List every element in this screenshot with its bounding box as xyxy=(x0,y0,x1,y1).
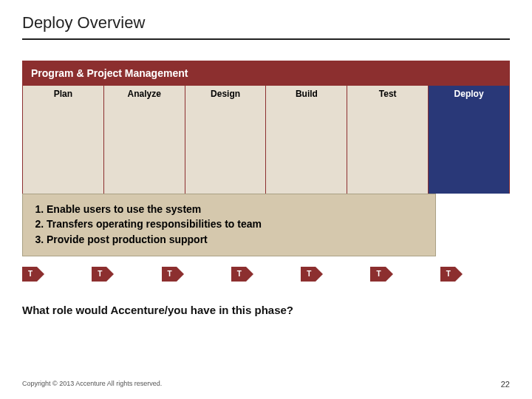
phase-deploy: Deploy xyxy=(429,86,510,194)
t-marker-wrap: T xyxy=(370,267,440,282)
bullet-item: Enable users to use the system xyxy=(47,202,425,216)
t-marker-wrap: T xyxy=(231,267,301,282)
phase-label: Deploy xyxy=(429,86,509,99)
t-marker: T xyxy=(92,267,106,282)
t-marker-wrap: T xyxy=(440,267,510,282)
copyright-text: Copyright © 2013 Accenture All rights re… xyxy=(22,380,162,389)
t-marker: T xyxy=(22,267,37,282)
t-marker-wrap: T xyxy=(162,267,231,282)
bullets-box: Enable users to use the system Transfers… xyxy=(22,194,436,256)
bullet-item: Transfers operating responsibilities to … xyxy=(47,216,425,231)
phase-plan: Plan xyxy=(23,86,104,194)
phase-build: Build xyxy=(266,86,347,194)
management-bar: Program & Project Management xyxy=(22,61,510,86)
t-marker-wrap: T xyxy=(22,267,92,282)
phase-label: Analyze xyxy=(104,86,185,99)
t-marker: T xyxy=(370,267,385,282)
slide: Deploy Overview Program & Project Manage… xyxy=(0,0,532,399)
phase-analyze: Analyze xyxy=(104,86,185,194)
phase-test: Test xyxy=(347,86,429,194)
slide-title: Deploy Overview xyxy=(22,13,510,33)
question-text: What role would Accenture/you have in th… xyxy=(22,304,510,316)
t-marker: T xyxy=(231,267,246,282)
t-marker: T xyxy=(162,267,177,282)
bullet-item: Provide post production support xyxy=(47,232,425,247)
phase-design: Design xyxy=(185,86,267,194)
phase-label: Build xyxy=(266,86,347,99)
phase-label: Test xyxy=(347,86,428,99)
phase-label: Plan xyxy=(23,86,103,99)
phase-row: Plan Analyze Design Build Test Deploy xyxy=(22,86,510,194)
title-rule xyxy=(22,38,510,40)
footer: Copyright © 2013 Accenture All rights re… xyxy=(22,380,510,389)
phase-label: Design xyxy=(185,86,266,99)
bullets-list: Enable users to use the system Transfers… xyxy=(47,202,425,247)
t-marker-wrap: T xyxy=(301,267,370,282)
t-marker-wrap: T xyxy=(92,267,161,282)
t-marker: T xyxy=(440,267,455,282)
t-marker-row: T T T T T T T xyxy=(22,267,510,282)
t-marker: T xyxy=(301,267,316,282)
page-number: 22 xyxy=(501,380,510,389)
